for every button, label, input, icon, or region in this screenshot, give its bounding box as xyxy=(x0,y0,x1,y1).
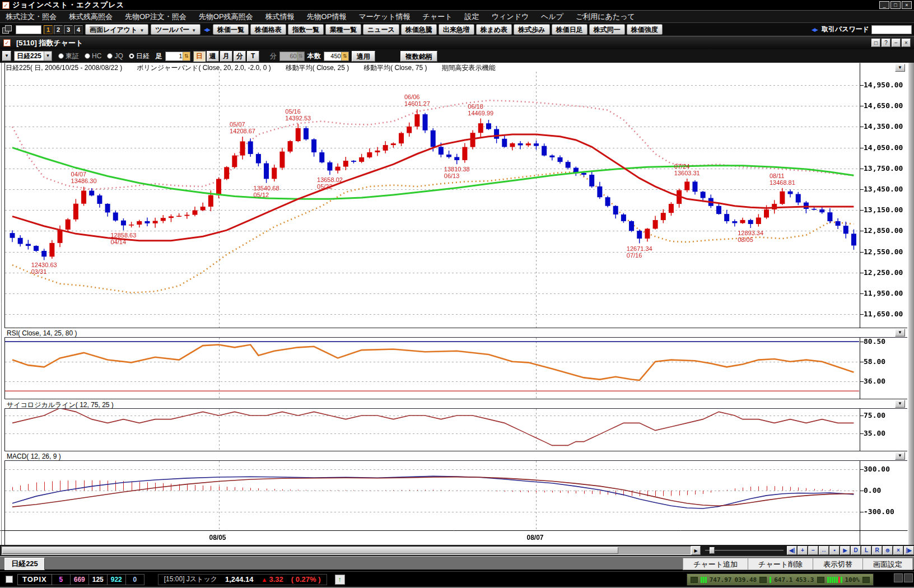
keyboard-icon[interactable] xyxy=(894,573,903,582)
scrollbar-thumb[interactable] xyxy=(2,547,618,554)
refresh-icon[interactable] xyxy=(862,577,870,583)
apply-button[interactable]: 適用 xyxy=(352,51,375,62)
view-button-6[interactable]: 出来急増 xyxy=(439,24,474,35)
menu-item-8[interactable]: 設定 xyxy=(465,12,479,22)
menu-item-4[interactable]: 株式情報 xyxy=(265,12,295,22)
chart-tool-button-4[interactable]: ▪ xyxy=(829,546,840,555)
preset-button-3[interactable]: 3 xyxy=(64,25,73,34)
quote-price: 1,244.14 xyxy=(225,575,254,584)
tray-value: 453.3 xyxy=(795,576,814,584)
chart-tool-button-6[interactable]: D xyxy=(851,546,861,555)
scroll-right-button[interactable]: ▶ xyxy=(691,546,701,555)
menu-item-9[interactable]: ウィンドウ xyxy=(492,12,529,22)
chart-minimize-button[interactable]: − xyxy=(892,39,901,47)
market-radio-HC[interactable]: HC xyxy=(85,52,101,60)
symbol-selector[interactable]: 日経225 ▼ xyxy=(14,51,52,61)
price-chart-canvas[interactable] xyxy=(0,63,914,545)
view-button-3[interactable]: 業種一覧 xyxy=(325,24,361,35)
view-button-1[interactable]: 株価格表 xyxy=(250,24,286,35)
preset-button-2[interactable]: 2 xyxy=(54,25,63,34)
screen-layout-button[interactable]: 画面レイアウト▼ xyxy=(85,24,148,35)
monitor-icon[interactable] xyxy=(904,573,913,582)
view-button-4[interactable]: ニュース xyxy=(363,24,399,35)
market-radio-JQ[interactable]: JQ xyxy=(107,52,123,60)
menu-item-5[interactable]: 先物OP情報 xyxy=(307,12,347,22)
window-layout-icon[interactable] xyxy=(2,25,12,34)
chart-tool-button-5[interactable]: ▶ xyxy=(840,546,850,555)
chart-tool-button-3[interactable]: ↔ xyxy=(819,546,829,555)
main-panel-menu-button[interactable]: ▼ xyxy=(895,64,905,72)
chart-action-button-0[interactable]: チャート追加 xyxy=(683,558,748,570)
market-radio-日経[interactable]: 日経 xyxy=(129,52,150,61)
chart-tool-button-1[interactable]: + xyxy=(798,546,808,555)
restore-button[interactable]: □ xyxy=(890,1,901,9)
view-button-11[interactable]: 株価強度 xyxy=(627,24,663,35)
menu-item-10[interactable]: ヘルプ xyxy=(541,12,563,22)
menu-item-11[interactable]: ご利用にあたって xyxy=(576,12,635,22)
period-button-月[interactable]: 月 xyxy=(220,51,232,62)
preset-name-input[interactable] xyxy=(16,25,41,34)
chart-action-button-2[interactable]: 表示切替 xyxy=(813,558,862,570)
close-button[interactable]: × xyxy=(902,1,912,9)
scroll-up-button[interactable]: ↑ xyxy=(335,575,345,585)
price-axis-label: 13,750.00 xyxy=(864,164,903,172)
chart-help-button[interactable]: ? xyxy=(882,39,890,47)
bar-interval-input[interactable] xyxy=(166,52,183,60)
view-button-7[interactable]: 株まめ表 xyxy=(476,24,512,35)
menu-item-0[interactable]: 株式注文・照会 xyxy=(6,12,57,22)
view-button-10[interactable]: 株式同一 xyxy=(589,24,625,35)
chart-restore-button[interactable]: □ xyxy=(871,39,880,47)
chart-tool-button-0[interactable]: ◀| xyxy=(787,546,797,555)
chart-close-button[interactable]: × xyxy=(902,39,911,47)
rsi-panel-menu-button[interactable]: ▼ xyxy=(895,329,905,337)
chart-action-button-3[interactable]: 画面設定 xyxy=(862,558,912,570)
menu-item-7[interactable]: チャート xyxy=(423,12,453,22)
bar-count-input[interactable] xyxy=(324,52,341,60)
preset-button-4[interactable]: 4 xyxy=(74,25,83,34)
view-button-0[interactable]: 株価一覧 xyxy=(213,24,249,35)
view-button-9[interactable]: 株価日足 xyxy=(552,24,587,35)
menu-item-2[interactable]: 先物OP注文・照会 xyxy=(125,12,186,22)
zoom-slider-thumb[interactable] xyxy=(710,547,715,554)
preset-button-1[interactable]: 1 xyxy=(44,25,53,34)
pane-arrows-icon[interactable]: ◀▶ xyxy=(204,27,209,32)
chart-tool-button-7[interactable]: L xyxy=(861,546,871,555)
tab-nikkei225[interactable]: 日経225 xyxy=(4,558,45,570)
chart-tool-button-2[interactable]: − xyxy=(808,546,818,555)
bar-count-field[interactable]: ⇅ xyxy=(324,52,349,61)
toolbar-menu-button[interactable]: ツールバー▼ xyxy=(151,24,200,35)
chart-tool-button-10[interactable]: × xyxy=(893,546,903,555)
period-button-T[interactable]: T xyxy=(247,51,259,62)
trade-password-input[interactable] xyxy=(871,25,912,34)
horizontal-scrollbar[interactable] xyxy=(1,546,691,555)
spinner-icon[interactable]: ⇅ xyxy=(183,52,190,60)
period-button-日[interactable]: 日 xyxy=(193,51,206,62)
period-button-分[interactable]: 分 xyxy=(234,51,246,62)
chart-annotation: 08/1113468.81 xyxy=(770,172,795,186)
menu-item-1[interactable]: 株式残高照会 xyxy=(69,12,113,22)
pane-arrows-icon[interactable]: ◀▶ xyxy=(812,27,817,32)
chart-tool-button-8[interactable]: R xyxy=(872,546,882,555)
minimize-button[interactable]: _ xyxy=(879,1,889,9)
market-radio-東証[interactable]: 東証 xyxy=(58,52,79,61)
view-button-5[interactable]: 株価急騰 xyxy=(401,24,437,35)
chevron-down-icon[interactable]: ▼ xyxy=(44,52,52,60)
symbol-list-dropdown-button[interactable]: ▼ xyxy=(2,51,11,61)
spinner-icon[interactable]: ⇅ xyxy=(341,52,348,60)
index-name-cell[interactable]: TOPIX xyxy=(17,574,52,585)
view-button-2[interactable]: 指数一覧 xyxy=(288,24,324,35)
chart-tool-button-11[interactable]: |▶ xyxy=(904,546,914,555)
menu-item-6[interactable]: マーケット情報 xyxy=(358,12,410,22)
chart-action-button-1[interactable]: チャート削除 xyxy=(748,558,813,570)
zoom-slider[interactable] xyxy=(705,547,784,554)
multi-symbol-button[interactable]: 複数銘柄 xyxy=(400,51,437,62)
macd-panel-menu-button[interactable]: ▼ xyxy=(895,452,905,460)
tray-value: 647.1 xyxy=(774,576,792,584)
period-button-週[interactable]: 週 xyxy=(207,51,219,62)
bar-interval-field[interactable]: ⇅ xyxy=(165,52,190,61)
chart-tool-button-9[interactable]: ⊕ xyxy=(883,546,893,555)
view-button-8[interactable]: 株式歩み xyxy=(514,24,549,35)
menu-item-3[interactable]: 先物OP残高照会 xyxy=(199,12,253,22)
status-checkbox[interactable] xyxy=(6,576,13,583)
psych-panel-menu-button[interactable]: ▼ xyxy=(895,400,905,408)
